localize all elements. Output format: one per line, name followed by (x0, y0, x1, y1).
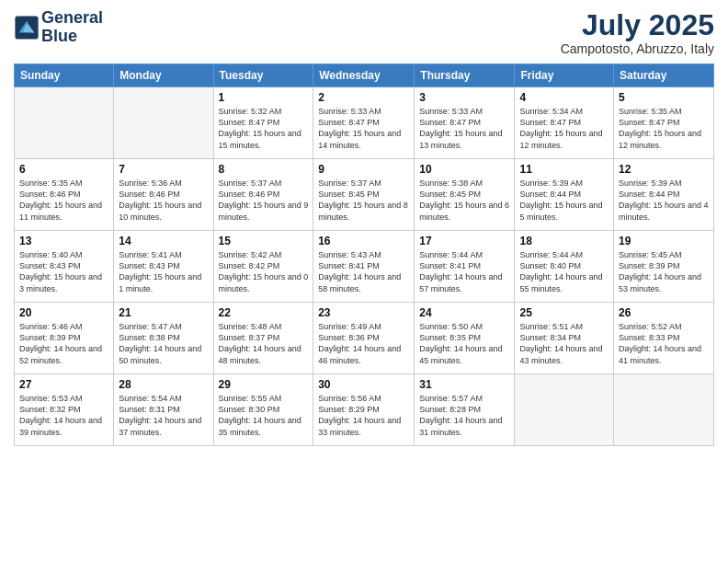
calendar-day-cell: 1Sunrise: 5:32 AM Sunset: 8:47 PM Daylig… (213, 87, 313, 159)
calendar-day-cell: 17Sunrise: 5:44 AM Sunset: 8:41 PM Dayli… (415, 231, 515, 303)
day-of-week-header: Monday (114, 64, 213, 87)
calendar-day-cell: 25Sunrise: 5:51 AM Sunset: 8:34 PM Dayli… (515, 303, 614, 374)
calendar-week-row: 27Sunrise: 5:53 AM Sunset: 8:32 PM Dayli… (15, 374, 714, 446)
day-number: 19 (619, 235, 709, 247)
day-info: Sunrise: 5:34 AM Sunset: 8:47 PM Dayligh… (519, 106, 609, 151)
day-number: 20 (19, 306, 108, 319)
calendar-day-cell: 2Sunrise: 5:33 AM Sunset: 8:47 PM Daylig… (313, 87, 415, 159)
day-info: Sunrise: 5:48 AM Sunset: 8:37 PM Dayligh… (219, 321, 309, 366)
day-number: 12 (619, 163, 709, 176)
day-number: 25 (519, 306, 609, 319)
logo-icon (14, 15, 40, 40)
day-info: Sunrise: 5:55 AM Sunset: 8:30 PM Dayligh… (219, 393, 309, 438)
logo-text: General Blue (41, 9, 103, 46)
calendar-day-cell: 4Sunrise: 5:34 AM Sunset: 8:47 PM Daylig… (515, 87, 614, 159)
calendar-day-cell (614, 374, 714, 446)
day-number: 4 (519, 91, 609, 104)
day-of-week-header: Saturday (614, 64, 714, 87)
day-info: Sunrise: 5:36 AM Sunset: 8:46 PM Dayligh… (119, 178, 208, 223)
calendar-day-cell: 30Sunrise: 5:56 AM Sunset: 8:29 PM Dayli… (313, 374, 415, 446)
day-info: Sunrise: 5:46 AM Sunset: 8:39 PM Dayligh… (19, 321, 108, 366)
day-number: 1 (219, 91, 309, 104)
day-number: 11 (519, 163, 609, 176)
day-info: Sunrise: 5:37 AM Sunset: 8:45 PM Dayligh… (318, 178, 409, 223)
day-info: Sunrise: 5:39 AM Sunset: 8:44 PM Dayligh… (519, 178, 609, 223)
calendar-day-cell: 27Sunrise: 5:53 AM Sunset: 8:32 PM Dayli… (15, 374, 114, 446)
calendar-day-cell: 14Sunrise: 5:41 AM Sunset: 8:43 PM Dayli… (114, 231, 213, 303)
calendar-day-cell: 18Sunrise: 5:44 AM Sunset: 8:40 PM Dayli… (515, 231, 614, 303)
day-of-week-header: Wednesday (313, 64, 415, 87)
day-info: Sunrise: 5:38 AM Sunset: 8:45 PM Dayligh… (419, 178, 509, 223)
calendar-day-cell: 3Sunrise: 5:33 AM Sunset: 8:47 PM Daylig… (415, 87, 515, 159)
calendar-day-cell (515, 374, 614, 446)
calendar-day-cell: 8Sunrise: 5:37 AM Sunset: 8:46 PM Daylig… (213, 159, 313, 231)
day-info: Sunrise: 5:47 AM Sunset: 8:38 PM Dayligh… (119, 321, 208, 366)
calendar-week-row: 20Sunrise: 5:46 AM Sunset: 8:39 PM Dayli… (15, 303, 714, 374)
calendar-day-cell: 5Sunrise: 5:35 AM Sunset: 8:47 PM Daylig… (614, 87, 714, 159)
calendar-day-cell: 16Sunrise: 5:43 AM Sunset: 8:41 PM Dayli… (313, 231, 415, 303)
day-number: 14 (119, 235, 208, 247)
title-block: July 2025 Campotosto, Abruzzo, Italy (561, 9, 714, 56)
day-number: 5 (619, 91, 709, 104)
day-info: Sunrise: 5:50 AM Sunset: 8:35 PM Dayligh… (419, 321, 509, 366)
location-subtitle: Campotosto, Abruzzo, Italy (561, 41, 714, 56)
calendar: SundayMondayTuesdayWednesdayThursdayFrid… (14, 63, 714, 446)
day-number: 31 (419, 378, 509, 391)
day-of-week-header: Thursday (415, 64, 515, 87)
day-number: 10 (419, 163, 509, 176)
day-info: Sunrise: 5:40 AM Sunset: 8:43 PM Dayligh… (19, 249, 108, 294)
calendar-day-cell: 12Sunrise: 5:39 AM Sunset: 8:44 PM Dayli… (614, 159, 714, 231)
day-info: Sunrise: 5:32 AM Sunset: 8:47 PM Dayligh… (219, 106, 309, 151)
day-number: 3 (419, 91, 509, 104)
header: General Blue July 2025 Campotosto, Abruz… (14, 9, 714, 56)
day-number: 16 (318, 235, 409, 247)
logo-line1: General (41, 9, 103, 28)
calendar-day-cell: 13Sunrise: 5:40 AM Sunset: 8:43 PM Dayli… (15, 231, 114, 303)
calendar-day-cell: 19Sunrise: 5:45 AM Sunset: 8:39 PM Dayli… (614, 231, 714, 303)
day-number: 9 (318, 163, 409, 176)
calendar-day-cell: 15Sunrise: 5:42 AM Sunset: 8:42 PM Dayli… (213, 231, 313, 303)
calendar-week-row: 6Sunrise: 5:35 AM Sunset: 8:46 PM Daylig… (15, 159, 714, 231)
calendar-day-cell: 26Sunrise: 5:52 AM Sunset: 8:33 PM Dayli… (614, 303, 714, 374)
day-of-week-header: Sunday (15, 64, 114, 87)
day-info: Sunrise: 5:57 AM Sunset: 8:28 PM Dayligh… (419, 393, 509, 438)
day-info: Sunrise: 5:54 AM Sunset: 8:31 PM Dayligh… (119, 393, 208, 438)
day-number: 24 (419, 306, 509, 319)
day-of-week-header: Tuesday (213, 64, 313, 87)
month-title: July 2025 (561, 9, 714, 41)
day-number: 18 (519, 235, 609, 247)
day-info: Sunrise: 5:45 AM Sunset: 8:39 PM Dayligh… (619, 249, 709, 294)
day-number: 28 (119, 378, 208, 391)
calendar-day-cell (15, 87, 114, 159)
day-info: Sunrise: 5:53 AM Sunset: 8:32 PM Dayligh… (19, 393, 108, 438)
day-number: 8 (219, 163, 309, 176)
logo-line2: Blue (41, 28, 103, 46)
day-info: Sunrise: 5:51 AM Sunset: 8:34 PM Dayligh… (519, 321, 609, 366)
day-of-week-header: Friday (515, 64, 614, 87)
day-info: Sunrise: 5:44 AM Sunset: 8:41 PM Dayligh… (419, 249, 509, 294)
calendar-day-cell: 22Sunrise: 5:48 AM Sunset: 8:37 PM Dayli… (213, 303, 313, 374)
day-info: Sunrise: 5:35 AM Sunset: 8:46 PM Dayligh… (19, 178, 108, 223)
day-info: Sunrise: 5:39 AM Sunset: 8:44 PM Dayligh… (619, 178, 709, 223)
calendar-day-cell (114, 87, 213, 159)
calendar-day-cell: 20Sunrise: 5:46 AM Sunset: 8:39 PM Dayli… (15, 303, 114, 374)
day-number: 23 (318, 306, 409, 319)
day-number: 7 (119, 163, 208, 176)
svg-rect-3 (23, 32, 30, 35)
calendar-day-cell: 31Sunrise: 5:57 AM Sunset: 8:28 PM Dayli… (415, 374, 515, 446)
calendar-week-row: 1Sunrise: 5:32 AM Sunset: 8:47 PM Daylig… (15, 87, 714, 159)
day-info: Sunrise: 5:43 AM Sunset: 8:41 PM Dayligh… (318, 249, 409, 294)
calendar-week-row: 13Sunrise: 5:40 AM Sunset: 8:43 PM Dayli… (15, 231, 714, 303)
calendar-day-cell: 11Sunrise: 5:39 AM Sunset: 8:44 PM Dayli… (515, 159, 614, 231)
day-info: Sunrise: 5:56 AM Sunset: 8:29 PM Dayligh… (318, 393, 409, 438)
calendar-day-cell: 29Sunrise: 5:55 AM Sunset: 8:30 PM Dayli… (213, 374, 313, 446)
day-info: Sunrise: 5:42 AM Sunset: 8:42 PM Dayligh… (219, 249, 309, 294)
calendar-day-cell: 6Sunrise: 5:35 AM Sunset: 8:46 PM Daylig… (15, 159, 114, 231)
day-number: 21 (119, 306, 208, 319)
calendar-day-cell: 9Sunrise: 5:37 AM Sunset: 8:45 PM Daylig… (313, 159, 415, 231)
calendar-day-cell: 28Sunrise: 5:54 AM Sunset: 8:31 PM Dayli… (114, 374, 213, 446)
day-info: Sunrise: 5:35 AM Sunset: 8:47 PM Dayligh… (619, 106, 709, 151)
calendar-day-cell: 10Sunrise: 5:38 AM Sunset: 8:45 PM Dayli… (415, 159, 515, 231)
day-info: Sunrise: 5:37 AM Sunset: 8:46 PM Dayligh… (219, 178, 309, 223)
day-info: Sunrise: 5:33 AM Sunset: 8:47 PM Dayligh… (419, 106, 509, 151)
